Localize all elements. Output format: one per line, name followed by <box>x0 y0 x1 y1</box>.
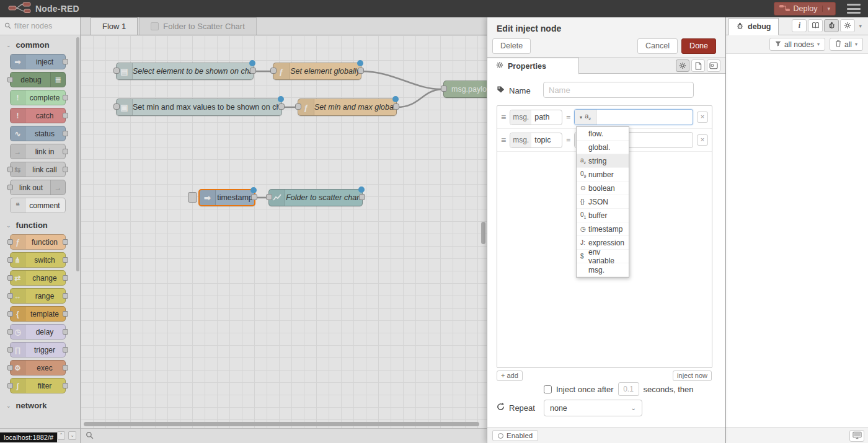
inject-once-checkbox[interactable] <box>544 385 552 393</box>
type-option-flow[interactable]: flow. <box>577 127 629 141</box>
node-port-right[interactable] <box>63 275 68 281</box>
canvas-search-icon[interactable] <box>86 431 94 442</box>
type-option-timestamp[interactable]: ◷timestamp <box>577 222 629 236</box>
debug-clear-button[interactable]: all ▾ <box>830 38 863 51</box>
payload-value-input[interactable] <box>596 110 693 125</box>
flow-node-set-min-max[interactable]: ▣Set min and max values to be shown on c… <box>116 99 282 116</box>
node-port-right[interactable] <box>63 167 68 172</box>
palette-filter[interactable] <box>0 17 80 35</box>
open-window-button[interactable] <box>849 430 864 442</box>
debug-tab-button[interactable] <box>824 19 839 32</box>
type-option-msg[interactable]: msg. <box>577 263 629 277</box>
node-port-left[interactable] <box>7 275 13 281</box>
remove-row-button[interactable]: × <box>697 112 708 123</box>
repeat-select[interactable]: none ⌄ <box>544 400 642 416</box>
node-port-left[interactable] <box>295 103 301 110</box>
expand-all-button[interactable]: ⌄ <box>68 431 76 440</box>
node-port-left[interactable] <box>7 185 13 190</box>
flow-node-set-element-globally[interactable]: ƒSet element globally <box>273 63 361 80</box>
palette-node-comment[interactable]: ❝comment <box>10 198 66 213</box>
node-port-right[interactable] <box>63 257 68 263</box>
node-port-left[interactable] <box>7 257 13 263</box>
node-port-right[interactable] <box>63 365 68 371</box>
node-port-right[interactable] <box>63 329 68 335</box>
type-option-boolean[interactable]: ⊙boolean <box>577 182 629 195</box>
palette-node-catch[interactable]: !catch <box>10 108 66 123</box>
node-port-right[interactable] <box>63 239 68 245</box>
drag-handle-icon[interactable]: ≡ <box>501 135 506 145</box>
palette-node-link-out[interactable]: →link out <box>10 180 66 195</box>
seconds-input[interactable] <box>618 382 639 396</box>
palette-node-exec[interactable]: ⚙exec <box>10 360 66 375</box>
node-port-right[interactable] <box>63 95 68 100</box>
type-option-global[interactable]: global. <box>577 141 629 154</box>
palette-node-function[interactable]: ƒfunction <box>10 234 66 250</box>
add-row-button[interactable]: + add <box>497 371 523 381</box>
type-option-json[interactable]: {}JSON <box>577 195 629 209</box>
type-option-buffer[interactable]: 01buffer <box>577 209 629 222</box>
prop-key-field[interactable]: msg. path <box>510 110 562 125</box>
delete-button[interactable]: Delete <box>492 38 531 54</box>
tab-flow-1[interactable]: Flow 1 <box>91 17 138 35</box>
node-port-right[interactable] <box>250 68 256 74</box>
node-port-right[interactable] <box>63 383 68 388</box>
palette-node-delay[interactable]: ◷delay <box>10 324 66 340</box>
palette-node-switch[interactable]: ⋔switch <box>10 252 66 268</box>
type-select-button[interactable]: ▾ az <box>575 110 596 125</box>
deploy-button[interactable]: Deploy ▾ <box>774 2 836 15</box>
node-port-left[interactable] <box>7 347 13 353</box>
node-port-left[interactable] <box>266 194 272 200</box>
flow-node-timestamp[interactable]: ➡timestamp <box>198 189 255 206</box>
main-menu-button[interactable] <box>847 4 861 14</box>
type-option-number[interactable]: 09number <box>577 168 629 182</box>
prop-key-field[interactable]: msg. topic <box>510 133 562 148</box>
tab-properties[interactable]: Properties <box>487 58 579 74</box>
collapse-all-button[interactable]: ⌃ <box>57 431 65 440</box>
node-port-right[interactable] <box>251 194 257 200</box>
node-port-left[interactable] <box>7 365 13 371</box>
node-port-right[interactable] <box>63 293 68 299</box>
node-port-left[interactable] <box>7 77 13 82</box>
palette-category-function[interactable]: ⌄function <box>0 216 80 234</box>
palette-node-filter[interactable]: ∫filter <box>10 378 66 393</box>
canvas-vertical-scrollbar[interactable] <box>481 222 485 244</box>
remove-row-button[interactable]: × <box>697 134 708 146</box>
node-port-right[interactable] <box>63 149 68 154</box>
palette-node-template[interactable]: {template <box>10 306 66 322</box>
node-port-right[interactable] <box>63 59 68 64</box>
done-button[interactable]: Done <box>681 38 716 54</box>
node-port-right[interactable] <box>278 103 285 110</box>
node-port-left[interactable] <box>7 311 13 317</box>
node-port-right[interactable] <box>359 194 365 200</box>
node-port-right[interactable] <box>63 311 68 317</box>
node-port-right[interactable] <box>393 103 399 110</box>
canvas-horizontal-scrollbar[interactable] <box>84 422 479 426</box>
type-option-env-variable[interactable]: $env variable <box>577 250 629 263</box>
node-port-left[interactable] <box>113 68 120 74</box>
node-port-left[interactable] <box>7 329 13 335</box>
flow-node-folder-to-scatter-chart[interactable]: Folder to scatter chart <box>268 189 363 206</box>
palette-scrollbar[interactable] <box>76 37 79 271</box>
node-port-right[interactable] <box>63 113 68 118</box>
palette-category-common[interactable]: ⌄common <box>0 35 80 54</box>
node-port-left[interactable] <box>270 68 277 74</box>
typed-input-payload[interactable]: ▾ az <box>574 109 693 125</box>
palette-node-link-call[interactable]: ⇆link call <box>10 162 66 177</box>
inject-now-button[interactable]: inject now <box>673 371 712 381</box>
palette-node-link-in[interactable]: →link in <box>10 144 66 159</box>
palette-node-inject[interactable]: ➡inject <box>10 54 66 69</box>
debug-filter-button[interactable]: all nodes ▾ <box>769 38 825 51</box>
palette-node-change[interactable]: ⇄change <box>10 270 66 286</box>
info-tab-button[interactable]: i <box>792 19 807 32</box>
node-port-left[interactable] <box>7 239 13 245</box>
appearance-view-button[interactable] <box>707 59 720 72</box>
palette-category-network[interactable]: ⌄network <box>0 396 80 414</box>
node-enabled-toggle[interactable]: Enabled <box>492 430 538 441</box>
help-tab-button[interactable] <box>808 19 823 32</box>
drag-handle-icon[interactable]: ≡ <box>501 112 506 122</box>
type-option-string[interactable]: azstring <box>577 154 629 168</box>
tab-debug[interactable]: debug <box>728 18 779 35</box>
node-port-left[interactable] <box>7 293 13 299</box>
palette-node-status[interactable]: ∿status <box>10 126 66 141</box>
properties-view-button[interactable] <box>676 59 689 72</box>
